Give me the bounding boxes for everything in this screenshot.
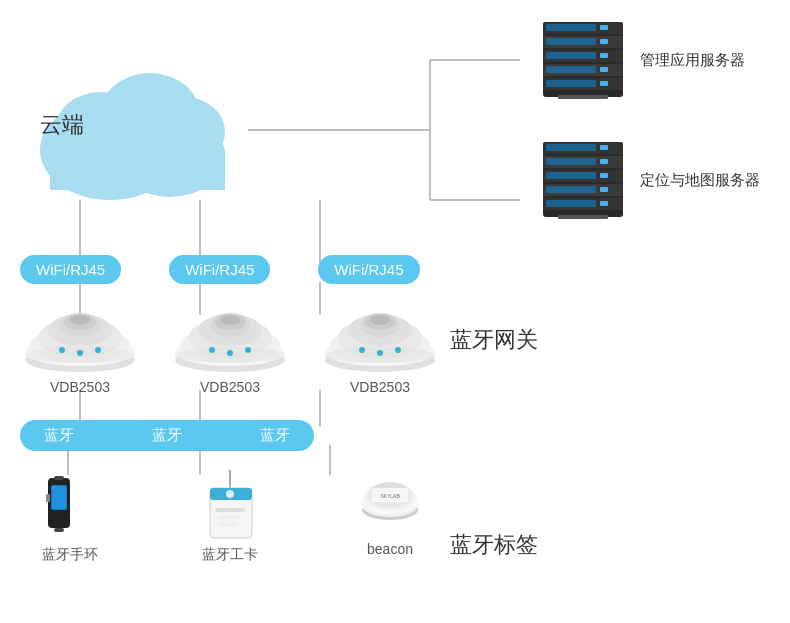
gateway-label-3: VDB2503 (350, 379, 410, 395)
diagram: 云端 (0, 0, 790, 623)
gateway-label-2: VDB2503 (200, 379, 260, 395)
gateway-device-3 (320, 300, 440, 375)
svg-rect-31 (600, 39, 608, 44)
server-block-1: 管理应用服务器 (538, 20, 760, 100)
svg-rect-94 (52, 486, 66, 509)
svg-point-91 (395, 347, 401, 353)
svg-rect-46 (600, 145, 608, 150)
svg-point-79 (245, 347, 251, 353)
svg-rect-103 (218, 516, 242, 519)
gateway-label-1: VDB2503 (50, 379, 110, 395)
svg-rect-96 (54, 476, 64, 480)
wifi-badge-2: WiFi/RJ45 (169, 255, 270, 284)
svg-text:SKYLAB: SKYLAB (380, 493, 400, 499)
svg-rect-50 (600, 173, 608, 178)
svg-rect-97 (46, 494, 50, 502)
wifi-badge-3: WiFi/RJ45 (318, 255, 419, 284)
tag-label-beacon: beacon (367, 541, 413, 557)
gateway-title: 蓝牙网关 (450, 325, 538, 355)
gateway-item-1: VDB2503 (20, 300, 140, 395)
cloud-label: 云端 (40, 110, 84, 140)
gateway-row: VDB2503 VDB2503 (20, 300, 440, 395)
bt-badge-1: 蓝牙 (30, 426, 88, 445)
tag-title: 蓝牙标签 (450, 530, 538, 560)
svg-point-90 (377, 350, 383, 356)
svg-rect-30 (546, 38, 596, 45)
tag-row: 蓝牙手环 蓝牙工卡 (20, 470, 440, 564)
gateway-item-3: VDB2503 (320, 300, 440, 395)
svg-point-78 (227, 350, 233, 356)
tag-item-bracelet: 蓝牙手环 (20, 470, 120, 564)
svg-rect-49 (546, 172, 596, 179)
svg-point-66 (77, 350, 83, 356)
svg-point-101 (226, 490, 234, 498)
svg-rect-32 (546, 52, 596, 59)
tag-item-card: 蓝牙工卡 (180, 470, 280, 564)
beacon-icon: SKYLAB (358, 470, 423, 535)
svg-rect-48 (600, 159, 608, 164)
gateway-device-1 (20, 300, 140, 375)
tag-label-bracelet: 蓝牙手环 (42, 546, 98, 564)
server-label-2: 定位与地图服务器 (640, 171, 760, 190)
bracelet-icon (40, 470, 100, 540)
svg-point-67 (95, 347, 101, 353)
svg-rect-47 (546, 158, 596, 165)
svg-rect-29 (600, 25, 608, 30)
svg-rect-36 (546, 80, 596, 87)
svg-rect-51 (546, 186, 596, 193)
gateway-device-2 (170, 300, 290, 375)
server-block-2: 定位与地图服务器 (538, 140, 760, 220)
svg-rect-55 (558, 215, 608, 219)
tag-label-card: 蓝牙工卡 (202, 546, 258, 564)
gateway-item-2: VDB2503 (170, 300, 290, 395)
svg-rect-104 (218, 523, 238, 526)
svg-rect-38 (558, 95, 608, 99)
svg-rect-45 (546, 144, 596, 151)
svg-rect-21 (50, 150, 225, 190)
server-icon-2 (538, 140, 628, 220)
tag-item-beacon: SKYLAB beacon (340, 470, 440, 557)
svg-rect-37 (600, 81, 608, 86)
server-area: 管理应用服务器 定位与地 (538, 20, 760, 230)
svg-point-89 (359, 347, 365, 353)
svg-rect-54 (600, 201, 608, 206)
bt-badge-3: 蓝牙 (246, 426, 304, 445)
svg-rect-28 (546, 24, 596, 31)
svg-rect-35 (600, 67, 608, 72)
cloud-area: 云端 (30, 60, 250, 204)
server-icon-1 (538, 20, 628, 100)
svg-rect-33 (600, 53, 608, 58)
server-label-1: 管理应用服务器 (640, 51, 745, 70)
svg-rect-102 (215, 508, 245, 512)
svg-point-77 (209, 347, 215, 353)
svg-rect-53 (546, 200, 596, 207)
wifi-badge-1: WiFi/RJ45 (20, 255, 121, 284)
svg-point-65 (59, 347, 65, 353)
bt-badges-wrap: 蓝牙 蓝牙 蓝牙 (20, 420, 314, 451)
svg-point-88 (370, 315, 390, 325)
svg-rect-34 (546, 66, 596, 73)
bt-badges-container: 蓝牙 蓝牙 蓝牙 (20, 420, 314, 451)
svg-point-64 (70, 315, 90, 325)
svg-rect-95 (54, 528, 64, 532)
card-icon (203, 470, 258, 540)
svg-rect-52 (600, 187, 608, 192)
wifi-row: WiFi/RJ45 WiFi/RJ45 WiFi/RJ45 (20, 255, 420, 284)
svg-point-76 (220, 315, 240, 325)
bt-badge-2: 蓝牙 (138, 426, 196, 445)
